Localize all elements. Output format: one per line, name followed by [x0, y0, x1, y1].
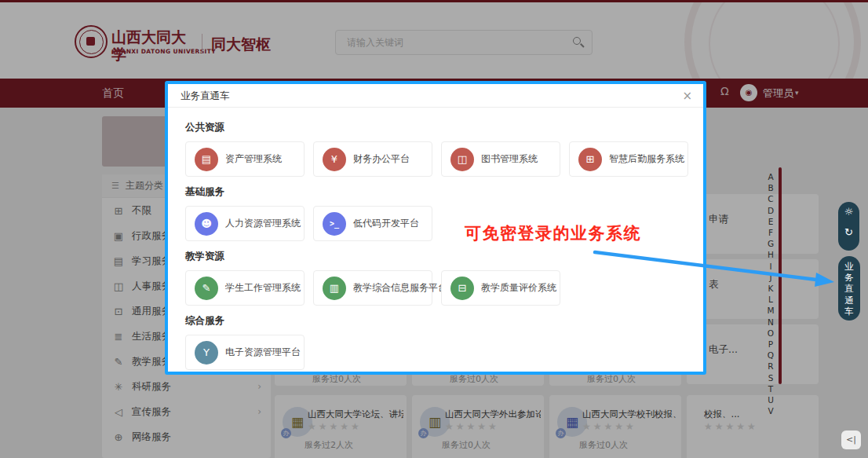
modal-header: 业务直通车 × [168, 84, 703, 108]
tile-teaching-quality-evaluation[interactable]: ⊟ 教学质量评价系统 [441, 270, 560, 306]
tile-label: 智慧后勤服务系统 [609, 152, 684, 166]
tile-label: 财务办公平台 [353, 152, 410, 166]
terminal-code-icon: >_ [323, 212, 346, 236]
close-icon[interactable]: × [682, 84, 692, 108]
tile-row: ▤ 资产管理系统 ¥ 财务办公平台 ◫ 图书管理系统 ⊞ 智慧后勤服务系统 [185, 141, 703, 177]
tile-library-management-system[interactable]: ◫ 图书管理系统 [441, 141, 560, 177]
tile-label: 学生工作管理系统 [225, 281, 301, 295]
cube-icon: Y [195, 341, 218, 365]
info-platform-icon: ▥ [323, 277, 346, 300]
collapse-button[interactable]: <| [841, 431, 861, 449]
money-bag-icon: ¥ [323, 148, 346, 171]
tile-label: 低代码开发平台 [353, 217, 419, 230]
tile-lowcode-dev-platform[interactable]: >_ 低代码开发平台 [313, 206, 432, 241]
tile-teaching-info-platform[interactable]: ▥ 教学综合信息服务平台 [313, 270, 432, 306]
tile-label: 人力资源管理系统 [225, 217, 301, 230]
asset-doc-icon: ▤ [195, 148, 218, 171]
business-express-float-button[interactable]: 业务直通车 [838, 256, 860, 321]
refresh-icon[interactable]: ↻ [838, 222, 859, 243]
tile-hr-management-system[interactable]: ☻ 人力资源管理系统 [185, 206, 305, 241]
tile-finance-office-platform[interactable]: ¥ 财务办公平台 [313, 141, 432, 177]
tile-eresource-management-platform[interactable]: Y 电子资源管理平台 [185, 335, 305, 370]
open-book-icon: ◫ [450, 148, 474, 171]
inbox-doc-icon: ⊟ [450, 277, 474, 300]
section-title-basic-services: 基础服务 [185, 185, 703, 199]
tile-label: 电子资源管理平台 [225, 346, 301, 359]
tile-asset-management-system[interactable]: ▤ 资产管理系统 [185, 141, 305, 177]
tile-label: 资产管理系统 [225, 152, 282, 166]
section-title-comprehensive-services: 综合服务 [185, 314, 703, 328]
tile-label: 教学综合信息服务平台 [353, 281, 447, 295]
annotation-text: 可免密登录的业务系统 [465, 222, 641, 244]
tile-smart-logistics-system[interactable]: ⊞ 智慧后勤服务系统 [569, 141, 688, 177]
person-gear-icon: ☻ [195, 212, 218, 236]
tile-row: ✎ 学生工作管理系统 ▥ 教学综合信息服务平台 ⊟ 教学质量评价系统 [185, 270, 703, 306]
utility-float-panel: ☼ ↻ [838, 202, 859, 251]
modal-title: 业务直通车 [181, 84, 230, 108]
graduation-cap-icon: ✎ [195, 277, 218, 300]
business-express-vertical-label: 业务直通车 [844, 261, 855, 317]
lamp-icon[interactable]: ☼ [838, 202, 859, 222]
tile-student-affairs-system[interactable]: ✎ 学生工作管理系统 [185, 270, 305, 306]
tile-label: 教学质量评价系统 [481, 281, 556, 295]
tile-row: Y 电子资源管理平台 [185, 335, 703, 370]
portal-page: 山西大同大学 SHANXI DATONG UNIVERSITY 同大智枢 首页 … [0, 0, 868, 458]
tile-label: 图书管理系统 [481, 152, 538, 166]
section-title-teaching-resources: 教学资源 [185, 250, 703, 263]
smart-screen-icon: ⊞ [578, 148, 602, 171]
section-title-public-resources: 公共资源 [185, 121, 703, 134]
